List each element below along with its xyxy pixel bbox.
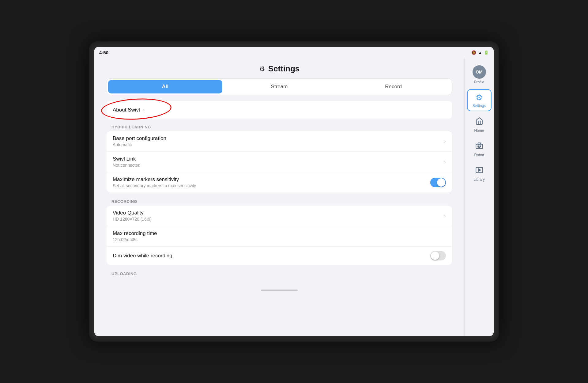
markers-sensitivity-subtitle: Set all secondary markers to max sensiti… [113, 183, 427, 188]
mute-icon: 🔕 [471, 50, 476, 55]
settings-gear-icon: ⚙ [259, 65, 265, 73]
tab-stream[interactable]: Stream [222, 80, 337, 93]
markers-sensitivity-toggle-container [430, 178, 446, 187]
dim-video-toggle-container [430, 251, 446, 260]
svg-point-3 [480, 146, 481, 146]
home-nav-label: Home [474, 128, 484, 133]
swivl-link-item[interactable]: Swivl Link Not connected › [107, 152, 452, 172]
page-header: ⚙ Settings [94, 58, 464, 78]
recording-header: RECORDING [94, 196, 464, 206]
max-recording-time-subtitle: 12h:02m:48s [113, 237, 446, 242]
max-recording-time-item[interactable]: Max recording time 12h:02m:48s [107, 226, 452, 247]
toggle-knob [437, 178, 445, 187]
status-time: 4:50 [99, 50, 108, 55]
home-nav-icon [475, 117, 483, 127]
markers-sensitivity-item[interactable]: Maximize markers sensitivity Set all sec… [107, 172, 452, 192]
hybrid-learning-header: HYBRID LEARNING [94, 122, 464, 131]
markers-sensitivity-title: Maximize markers sensitivity [113, 176, 427, 183]
about-swivl-item[interactable]: About Swivl › [107, 101, 452, 119]
base-port-chevron: › [444, 138, 446, 145]
sidebar-item-robot[interactable]: Robot [467, 138, 492, 160]
status-icons: 🔕 ▲ 🔋 [471, 50, 489, 55]
settings-nav-icon: ⚙ [476, 93, 483, 102]
video-quality-subtitle: HD 1280×720 (16:9) [113, 217, 441, 222]
base-port-subtitle: Automatic [113, 142, 441, 147]
battery-icon: 🔋 [484, 50, 489, 55]
sidebar-item-settings[interactable]: ⚙ Settings [467, 89, 492, 111]
base-port-title: Base port configuration [113, 135, 441, 142]
svg-point-2 [478, 146, 479, 146]
swivl-link-subtitle: Not connected [113, 163, 441, 168]
sidebar-item-home[interactable]: Home [467, 114, 492, 136]
uploading-section: UPLOADING [94, 268, 464, 278]
dim-video-toggle-knob [431, 252, 439, 260]
home-bar [261, 290, 298, 291]
profile-avatar: OM [473, 65, 486, 79]
about-swivl-wrapper: About Swivl › [107, 101, 452, 119]
robot-nav-label: Robot [474, 153, 484, 157]
robot-nav-icon [475, 142, 483, 152]
home-indicator [94, 287, 464, 293]
sidebar: OM Profile ⚙ Settings Home [464, 58, 494, 336]
video-quality-chevron: › [444, 213, 446, 219]
sidebar-item-library[interactable]: Library [467, 163, 492, 185]
filter-tabs: All Stream Record [107, 78, 452, 95]
svg-rect-1 [478, 143, 481, 144]
uploading-header: UPLOADING [94, 268, 464, 278]
swivl-link-chevron: › [444, 159, 446, 165]
profile-label: Profile [474, 80, 484, 84]
tab-all[interactable]: All [108, 80, 222, 93]
dim-video-toggle[interactable] [430, 251, 446, 260]
wifi-icon: ▲ [478, 50, 482, 55]
library-nav-label: Library [473, 177, 485, 182]
markers-sensitivity-toggle[interactable] [430, 178, 446, 187]
hybrid-learning-group: Base port configuration Automatic › Swiv… [107, 131, 452, 192]
tablet-screen: 4:50 🔕 ▲ 🔋 ⚙ Settings [94, 47, 494, 336]
dim-video-title: Dim video while recording [113, 253, 427, 259]
tab-record[interactable]: Record [336, 80, 450, 93]
content-area: ⚙ Settings All Stream Record About Swivl… [94, 58, 464, 336]
svg-marker-6 [478, 169, 481, 171]
about-swivl-chevron: › [143, 107, 145, 113]
page-title: Settings [268, 64, 300, 74]
hybrid-learning-section: HYBRID LEARNING Base port configuration … [94, 122, 464, 192]
about-swivl-text: About Swivl [113, 107, 140, 113]
status-bar: 4:50 🔕 ▲ 🔋 [94, 47, 494, 58]
tablet-frame: 4:50 🔕 ▲ 🔋 ⚙ Settings [89, 41, 499, 342]
dim-video-item[interactable]: Dim video while recording [107, 247, 452, 265]
recording-section: RECORDING Video Quality HD 1280×720 (16:… [94, 196, 464, 265]
max-recording-time-title: Max recording time [113, 230, 446, 237]
recording-group: Video Quality HD 1280×720 (16:9) › Max r… [107, 206, 452, 265]
video-quality-item[interactable]: Video Quality HD 1280×720 (16:9) › [107, 206, 452, 226]
swivl-link-title: Swivl Link [113, 156, 441, 162]
settings-nav-label: Settings [473, 104, 486, 108]
video-quality-title: Video Quality [113, 210, 441, 216]
library-nav-icon [475, 166, 483, 176]
profile-nav-item[interactable]: OM Profile [470, 63, 488, 87]
main-area: ⚙ Settings All Stream Record About Swivl… [94, 58, 494, 336]
base-port-item[interactable]: Base port configuration Automatic › [107, 131, 452, 152]
svg-rect-0 [476, 144, 483, 148]
